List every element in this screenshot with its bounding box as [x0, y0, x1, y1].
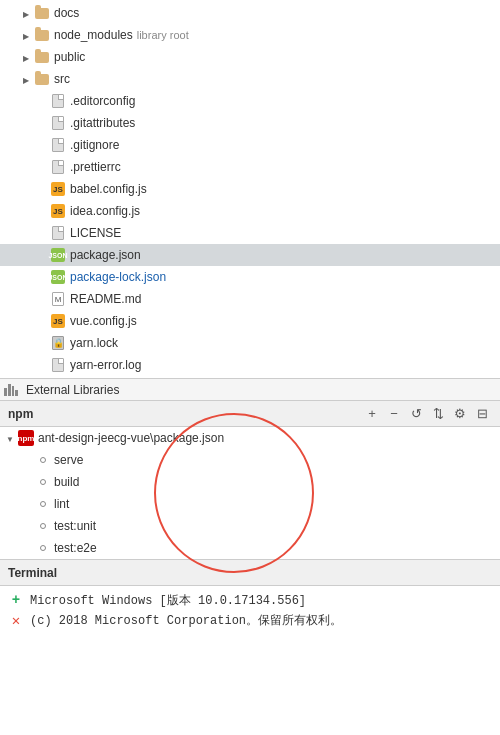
npm-remove-button[interactable]: − [384, 404, 404, 424]
npm-script-build[interactable]: build [0, 471, 500, 493]
terminal-line-1: + Microsoft Windows [版本 10.0.17134.556] [8, 592, 492, 610]
js-file-icon: JS [50, 181, 66, 197]
item-label: babel.config.js [70, 182, 147, 196]
folder-icon [34, 71, 50, 87]
npm-project-row[interactable]: npm ant-design-jeecg-vue\package.json [0, 427, 500, 449]
item-label: package-lock.json [70, 270, 166, 284]
file-icon [50, 137, 66, 153]
tree-item-src[interactable]: src [0, 68, 500, 90]
tree-item-gitignore[interactable]: .gitignore [0, 134, 500, 156]
npm-panel: npm + − ↺ ⇅ ⚙ ⊟ npm ant-design-jeecg-vue… [0, 401, 500, 560]
json-file-icon: JSON [50, 269, 66, 285]
terminal-panel: Terminal + Microsoft Windows [版本 10.0.17… [0, 560, 500, 735]
npm-title: npm [8, 407, 362, 421]
external-libraries-row[interactable]: External Libraries [0, 378, 500, 400]
tree-item-license[interactable]: LICENSE [0, 222, 500, 244]
item-label: idea.config.js [70, 204, 140, 218]
item-label: README.md [70, 292, 141, 306]
file-icon [50, 93, 66, 109]
md-file-icon: M [50, 291, 66, 307]
tree-item-package-lock[interactable]: JSON package-lock.json [0, 266, 500, 288]
lock-file-icon: 🔒 [50, 335, 66, 351]
npm-settings-button[interactable]: ⚙ [450, 404, 470, 424]
file-tree: docs node_modules library root public sr… [0, 0, 500, 378]
script-label: lint [54, 497, 69, 511]
tree-item-editorconfig[interactable]: .editorconfig [0, 90, 500, 112]
script-label: serve [54, 453, 83, 467]
terminal-text-2: (c) 2018 Microsoft Corporation。保留所有权利。 [30, 612, 342, 630]
script-label: test:e2e [54, 541, 97, 555]
tree-item-babel-config[interactable]: JS babel.config.js [0, 178, 500, 200]
item-label: .gitattributes [70, 116, 135, 130]
item-label: node_modules [54, 28, 133, 42]
tree-item-yarn-error[interactable]: yarn-error.log [0, 354, 500, 376]
script-label: build [54, 475, 79, 489]
chevron-right-icon [20, 29, 32, 41]
npm-sort-button[interactable]: ⇅ [428, 404, 448, 424]
npm-header: npm + − ↺ ⇅ ⚙ ⊟ [0, 401, 500, 427]
tree-item-prettierrc[interactable]: .prettierrc [0, 156, 500, 178]
item-label: .gitignore [70, 138, 119, 152]
script-label: test:unit [54, 519, 96, 533]
chevron-right-icon [20, 7, 32, 19]
terminal-text-1: Microsoft Windows [版本 10.0.17134.556] [30, 592, 306, 610]
file-tree-panel: docs node_modules library root public sr… [0, 0, 500, 401]
npm-scripts-area: npm ant-design-jeecg-vue\package.json se… [0, 427, 500, 559]
bar-chart-icon [4, 384, 22, 396]
terminal-title: Terminal [8, 566, 57, 580]
file-icon [50, 115, 66, 131]
x-icon: ✕ [8, 612, 24, 628]
item-label: package.json [70, 248, 141, 262]
npm-add-button[interactable]: + [362, 404, 382, 424]
chevron-down-icon [4, 432, 16, 444]
json-file-icon: JSON [50, 247, 66, 263]
item-label: src [54, 72, 70, 86]
folder-icon [34, 49, 50, 65]
tree-item-public[interactable]: public [0, 46, 500, 68]
npm-refresh-button[interactable]: ↺ [406, 404, 426, 424]
npm-script-serve[interactable]: serve [0, 449, 500, 471]
npm-collapse-button[interactable]: ⊟ [472, 404, 492, 424]
item-label: .editorconfig [70, 94, 135, 108]
script-dot-icon [40, 523, 46, 529]
tree-item-yarn-lock[interactable]: 🔒 yarn.lock [0, 332, 500, 354]
tree-item-docs[interactable]: docs [0, 2, 500, 24]
script-dot-icon [40, 479, 46, 485]
npm-project-label: ant-design-jeecg-vue\package.json [38, 431, 224, 445]
npm-package-icon: npm [18, 430, 34, 446]
tree-item-vue-config[interactable]: JS vue.config.js [0, 310, 500, 332]
npm-script-test-unit[interactable]: test:unit [0, 515, 500, 537]
folder-icon [34, 5, 50, 21]
item-label: public [54, 50, 85, 64]
script-dot-icon [40, 457, 46, 463]
file-icon [50, 225, 66, 241]
file-icon [50, 357, 66, 373]
item-label: docs [54, 6, 79, 20]
tree-item-readme[interactable]: M README.md [0, 288, 500, 310]
script-dot-icon [40, 501, 46, 507]
js-file-icon: JS [50, 313, 66, 329]
npm-script-lint[interactable]: lint [0, 493, 500, 515]
item-label: LICENSE [70, 226, 121, 240]
library-root-badge: library root [137, 29, 189, 41]
item-label: vue.config.js [70, 314, 137, 328]
file-icon [50, 159, 66, 175]
npm-script-test-e2e[interactable]: test:e2e [0, 537, 500, 559]
tree-item-gitattributes[interactable]: .gitattributes [0, 112, 500, 134]
terminal-header: Terminal [0, 560, 500, 586]
item-label: yarn.lock [70, 336, 118, 350]
item-label: .prettierrc [70, 160, 121, 174]
folder-icon [34, 27, 50, 43]
chevron-right-icon [20, 73, 32, 85]
tree-item-package-json[interactable]: JSON package.json [0, 244, 500, 266]
tree-item-idea-config[interactable]: JS idea.config.js [0, 200, 500, 222]
js-file-icon: JS [50, 203, 66, 219]
item-label: yarn-error.log [70, 358, 141, 372]
chevron-right-icon [20, 51, 32, 63]
script-dot-icon [40, 545, 46, 551]
terminal-line-2: ✕ (c) 2018 Microsoft Corporation。保留所有权利。 [8, 612, 492, 630]
external-libraries-label: External Libraries [26, 383, 119, 397]
terminal-content[interactable]: + Microsoft Windows [版本 10.0.17134.556] … [0, 586, 500, 735]
tree-item-node-modules[interactable]: node_modules library root [0, 24, 500, 46]
plus-icon: + [8, 592, 24, 608]
